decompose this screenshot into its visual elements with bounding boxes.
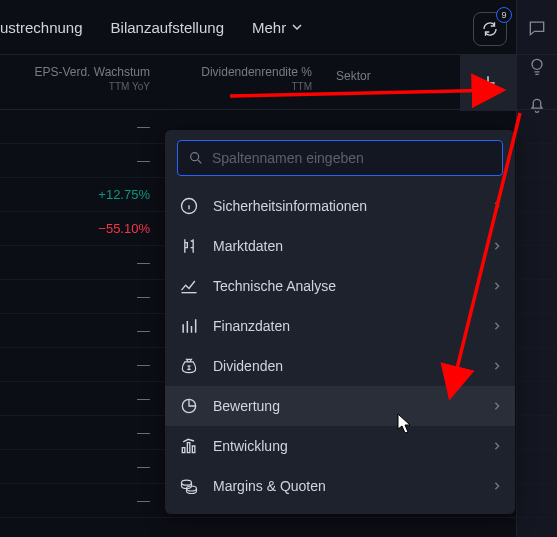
cell-eps: —: [0, 425, 162, 440]
refresh-icon: [481, 20, 499, 38]
col-eps-sub: TTM YoY: [109, 81, 150, 92]
cell-eps: —: [0, 391, 162, 406]
refresh-button[interactable]: 9: [473, 12, 507, 46]
chevron-right-icon: [493, 322, 501, 330]
coins-icon: [179, 476, 199, 496]
category-label: Bewertung: [213, 398, 479, 414]
col-eps-label: EPS-Verd. Wachstum: [34, 65, 150, 79]
category-label: Finanzdaten: [213, 318, 479, 334]
column-headers: EPS-Verd. Wachstum TTM YoY Dividendenren…: [0, 54, 557, 110]
category-label: Technische Analyse: [213, 278, 479, 294]
category-margins-quoten[interactable]: Margins & Quoten: [165, 466, 515, 506]
category-label: Margins & Quoten: [213, 478, 479, 494]
chevron-down-icon: [292, 22, 302, 32]
category-entwicklung[interactable]: Entwicklung: [165, 426, 515, 466]
pie-icon: [179, 396, 199, 416]
cell-eps: —: [0, 255, 162, 270]
chevron-right-icon: [493, 362, 501, 370]
chevron-right-icon: [493, 202, 501, 210]
category-dividenden[interactable]: Dividenden: [165, 346, 515, 386]
plus-icon: [478, 73, 498, 93]
cell-eps: −55.10%: [0, 221, 162, 236]
category-bewertung[interactable]: Bewertung: [165, 386, 515, 426]
search-row[interactable]: [177, 140, 503, 176]
bars-icon: [179, 316, 199, 336]
col-eps[interactable]: EPS-Verd. Wachstum TTM YoY: [0, 65, 162, 92]
col-sektor[interactable]: Sektor: [324, 65, 444, 83]
svg-point-4: [182, 480, 192, 485]
cell-eps: —: [0, 289, 162, 304]
col-div-sub: TTM: [291, 81, 312, 92]
cell-eps: —: [0, 459, 162, 474]
cell-eps: —: [0, 323, 162, 338]
chevron-right-icon: [493, 282, 501, 290]
candles-icon: [179, 236, 199, 256]
chevron-right-icon: [493, 482, 501, 490]
more-label: Mehr: [252, 19, 286, 36]
chat-icon[interactable]: [527, 18, 547, 38]
col-sektor-label: Sektor: [336, 69, 371, 83]
category-sicherheitsinformationen[interactable]: Sicherheitsinformationen: [165, 186, 515, 226]
search-input[interactable]: [212, 150, 492, 166]
info-icon: [179, 196, 199, 216]
col-div[interactable]: Dividendenrendite % TTM: [162, 65, 324, 92]
chevron-right-icon: [493, 402, 501, 410]
cell-eps: —: [0, 119, 162, 134]
category-marktdaten[interactable]: Marktdaten: [165, 226, 515, 266]
category-label: Dividenden: [213, 358, 479, 374]
add-column-panel: SicherheitsinformationenMarktdatenTechni…: [165, 130, 515, 514]
category-list: SicherheitsinformationenMarktdatenTechni…: [165, 186, 515, 506]
svg-point-1: [191, 153, 199, 161]
category-technische-analyse[interactable]: Technische Analyse: [165, 266, 515, 306]
col-div-label: Dividendenrendite %: [201, 65, 312, 79]
search-icon: [188, 150, 204, 166]
cell-eps: +12.75%: [0, 187, 162, 202]
chevron-right-icon: [493, 242, 501, 250]
growth-icon: [179, 436, 199, 456]
category-label: Sicherheitsinformationen: [213, 198, 479, 214]
refresh-badge: 9: [496, 7, 512, 23]
cell-eps: —: [0, 357, 162, 372]
category-finanzdaten[interactable]: Finanzdaten: [165, 306, 515, 346]
category-label: Entwicklung: [213, 438, 479, 454]
cell-eps: —: [0, 493, 162, 508]
trend-icon: [179, 276, 199, 296]
more-menu[interactable]: Mehr: [252, 19, 302, 36]
chevron-right-icon: [493, 442, 501, 450]
tab-bilanzaufstellung[interactable]: Bilanzaufstellung: [111, 19, 224, 36]
moneybag-icon: [179, 356, 199, 376]
cell-eps: —: [0, 153, 162, 168]
category-label: Marktdaten: [213, 238, 479, 254]
add-column-button[interactable]: [460, 55, 516, 111]
tab-gewinnvertustrechnung[interactable]: ustrechnung: [0, 19, 83, 36]
